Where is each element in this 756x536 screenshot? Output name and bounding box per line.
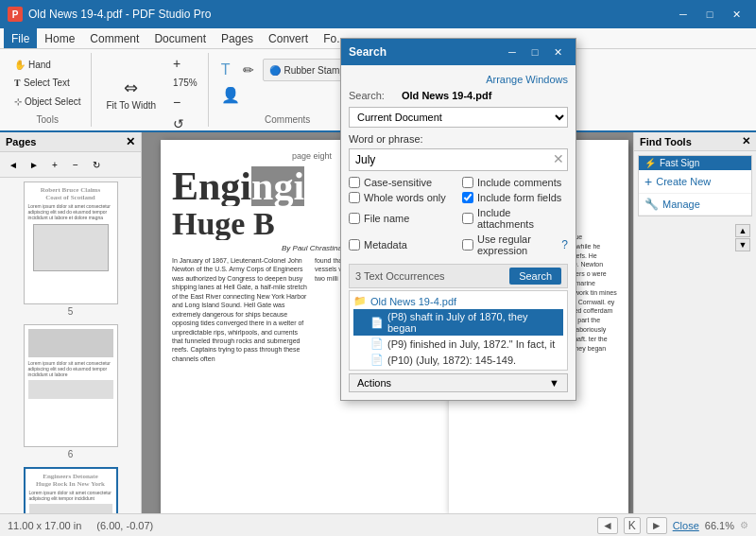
dialog-title-controls: ─ □ ✕ <box>502 43 568 61</box>
search-file-name: Old News 19-4.pdf <box>402 90 491 101</box>
menu-document[interactable]: Document <box>146 28 214 48</box>
sidebar-close-btn[interactable]: ✕ <box>126 135 135 148</box>
option-include-attachments: Include attachments <box>462 207 568 230</box>
nav-forward-button[interactable]: ► <box>646 517 667 534</box>
select-text-button[interactable]: 𝐓 Select Text <box>9 75 85 92</box>
option-include-comments: Include comments <box>462 177 568 188</box>
stamp-icon: 🔵 <box>269 65 281 76</box>
include-form-fields-checkbox[interactable] <box>462 192 473 203</box>
result-text-2: (P9) finished in July, 1872." In fact, i… <box>387 338 555 350</box>
menu-convert[interactable]: Convert <box>261 28 316 48</box>
close-button[interactable]: ✕ <box>724 5 748 24</box>
fit-to-width-button[interactable]: ⇔ Fit To Width <box>99 65 163 122</box>
case-sensitive-checkbox[interactable] <box>349 177 360 188</box>
option-use-regex: Use regular expression ? <box>462 233 568 256</box>
fast-sign-icon: ⚡ <box>644 158 656 168</box>
right-panel-title: Find Tools <box>640 136 692 147</box>
nav-first-button[interactable]: K <box>624 517 641 534</box>
search-button[interactable]: Search <box>509 268 561 285</box>
text-cursor-icon: 𝐓 <box>14 78 21 89</box>
manage-button[interactable]: 🔧 Manage <box>639 194 751 216</box>
page-thumb-img-6: Lorem ipsum dolor sit amet consectetur a… <box>24 324 118 447</box>
search-dialog-body: Arrange Windows Search: Old News 19-4.pd… <box>341 65 576 400</box>
dialog-minimize-btn[interactable]: ─ <box>502 43 523 61</box>
fast-sign-section: ⚡ Fast Sign + Create New 🔧 Manage <box>638 155 752 216</box>
actions-chevron-icon: ▼ <box>549 377 559 389</box>
sidebar-prev-btn[interactable]: ◄ <box>4 155 23 174</box>
file-name-checkbox[interactable] <box>349 213 360 224</box>
search-file-row: Search: Old News 19-4.pdf <box>349 90 568 101</box>
status-bar: 11.00 x 17.00 in (6.00, -0.07) ◄ K ► Clo… <box>0 513 756 536</box>
sidebar-next-btn[interactable]: ► <box>25 155 43 174</box>
search-input[interactable] <box>349 148 568 171</box>
zoom-out-button[interactable]: − <box>168 92 202 112</box>
sidebar: Pages ✕ ◄ ► + − ↻ Robert Bruce ClaimsCoa… <box>0 132 142 513</box>
status-coordinates: (6.00, -0.07) <box>96 520 153 531</box>
zoom-in-button[interactable]: + <box>168 53 202 74</box>
search-dialog-title: Search <box>349 45 387 59</box>
scope-select[interactable]: Current Document <box>349 107 568 128</box>
menu-comment[interactable]: Comment <box>82 28 146 48</box>
sidebar-rotate-btn[interactable]: ↻ <box>87 155 106 174</box>
include-comments-checkbox[interactable] <box>462 177 473 188</box>
page-num-5: 5 <box>68 306 74 317</box>
result-group-file: 📁 Old News 19-4.pdf 📄 (P8) shaft in July… <box>350 291 567 370</box>
hand-icon: ✋ <box>14 60 26 70</box>
right-panel-close-btn[interactable]: ✕ <box>742 135 750 147</box>
result-item-1[interactable]: 📄 (P8) shaft in July of 1870, they began <box>353 309 563 336</box>
dialog-maximize-btn[interactable]: □ <box>524 43 545 61</box>
menu-file[interactable]: File <box>4 28 37 48</box>
regex-help-icon[interactable]: ? <box>561 238 568 251</box>
results-list[interactable]: 📁 Old News 19-4.pdf 📄 (P8) shaft in July… <box>349 290 568 371</box>
panel-up-btn[interactable]: ▲ <box>735 224 750 237</box>
minimize-button[interactable]: ─ <box>671 5 696 24</box>
window-controls: ─ □ ✕ <box>671 5 748 24</box>
pencil-button[interactable]: ✏ <box>238 59 259 81</box>
doc-icon-2: 📄 <box>370 337 384 350</box>
page-thumb-5[interactable]: Robert Bruce ClaimsCoast of Scotland Lor… <box>4 182 137 317</box>
wrench-icon: 🔧 <box>644 198 659 211</box>
option-case-sensitive: Case-sensitive <box>349 177 455 188</box>
metadata-checkbox[interactable] <box>349 239 360 251</box>
text-comment-button[interactable]: T <box>216 59 235 81</box>
whole-words-checkbox[interactable] <box>349 192 360 203</box>
folder-icon: 📁 <box>353 295 367 307</box>
fast-sign-label: Fast Sign <box>660 158 699 168</box>
word-phrase-label: Word or phrase: <box>349 133 568 145</box>
clear-search-btn[interactable]: ✕ <box>553 152 564 165</box>
title-bar: P Old News 19-4.pdf - PDF Studio Pro ─ □… <box>0 0 756 28</box>
use-regex-checkbox[interactable] <box>462 239 473 251</box>
include-attachments-checkbox[interactable] <box>462 213 473 224</box>
menu-home[interactable]: Home <box>37 28 82 48</box>
result-text-3: (P10) (July, 1872): 145-149. <box>387 354 516 366</box>
status-right: ◄ K ► Close 66.1% ⚙ <box>597 517 748 534</box>
text-icon: T <box>221 61 231 78</box>
comment-buttons: T ✏ 🔵 Rubber Stamp ▾ 👤 <box>216 53 359 112</box>
hand-tool-button[interactable]: ✋ Hand <box>9 57 85 73</box>
user-icon-btn[interactable]: 👤 <box>216 83 245 107</box>
search-dialog-title-bar: Search ─ □ ✕ <box>341 39 576 65</box>
rotate-button[interactable]: ↺ <box>168 113 202 134</box>
arrange-windows-link[interactable]: Arrange Windows <box>486 74 568 85</box>
sidebar-toolbar: ◄ ► + − ↻ <box>0 152 141 178</box>
object-select-button[interactable]: ⊹ Object Select <box>9 94 85 110</box>
dialog-close-btn[interactable]: ✕ <box>547 43 568 61</box>
view-buttons: ⇔ Fit To Width + 175% − ↺ <box>99 53 201 134</box>
page-thumb-7[interactable]: Engineers DetonateHuge Rock In New York … <box>4 467 137 513</box>
page-thumb-img-5: Robert Bruce ClaimsCoast of Scotland Lor… <box>24 182 118 304</box>
menu-pages[interactable]: Pages <box>214 28 261 48</box>
nav-back-button[interactable]: ◄ <box>597 517 618 534</box>
sidebar-zoom-in-btn[interactable]: + <box>45 155 64 174</box>
result-item-2[interactable]: 📄 (P9) finished in July, 1872." In fact,… <box>353 336 563 352</box>
page-thumb-img-7: Engineers DetonateHuge Rock In New York … <box>24 467 118 513</box>
actions-button[interactable]: Actions ▼ <box>349 373 568 392</box>
page-thumb-6[interactable]: Lorem ipsum dolor sit amet consectetur a… <box>4 324 137 459</box>
panel-down-btn[interactable]: ▼ <box>735 238 750 251</box>
comments-group-label: Comments <box>265 114 310 127</box>
result-item-3[interactable]: 📄 (P10) (July, 1872): 145-149. <box>353 352 563 368</box>
status-close-btn[interactable]: Close <box>673 520 699 531</box>
create-new-button[interactable]: + Create New <box>639 170 751 194</box>
sidebar-header: Pages ✕ <box>0 132 141 152</box>
sidebar-zoom-out-btn[interactable]: − <box>66 155 85 174</box>
maximize-button[interactable]: □ <box>697 5 722 24</box>
